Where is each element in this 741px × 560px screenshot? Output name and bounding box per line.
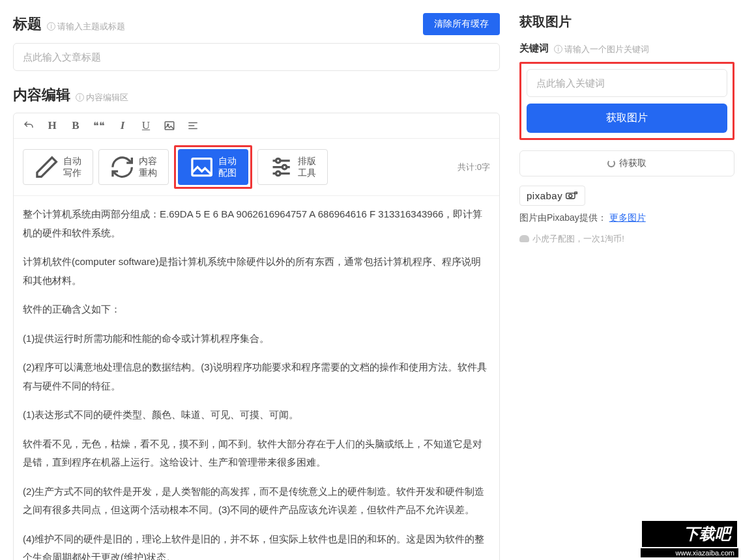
italic-icon[interactable]: I (117, 120, 128, 132)
underline-icon[interactable]: U (140, 120, 152, 132)
paragraph: 软件的正确含义如下： (23, 300, 490, 319)
svg-rect-14 (575, 192, 577, 194)
word-count: 共计:0字 (458, 161, 490, 173)
image-icon[interactable] (164, 120, 175, 132)
attribution-line: 图片由Pixabay提供： 更多图片 (519, 212, 734, 224)
paragraph: 整个计算机系统由两部分组成：E.69DA 5 E 6 BA 9062616964… (23, 205, 490, 242)
bold-icon[interactable]: B (70, 120, 81, 132)
pencil-icon (34, 154, 59, 180)
paragraph: (2)生产方式不同的软件是开发，是人类智能的高发挥，而不是传统意义上的硬件制造。… (23, 483, 490, 520)
editor-box: H B ❝❝ I U 自动写作 内容重构 (13, 113, 500, 560)
content-edit-hint: i 内容编辑区 (76, 92, 128, 104)
title-hint: i 请输入主题或标题 (47, 21, 125, 33)
svg-point-13 (569, 194, 572, 197)
undo-icon[interactable] (23, 120, 35, 132)
watermark: 下载吧 www.xiazaiba.com (641, 520, 738, 557)
svg-point-11 (276, 171, 280, 176)
keyword-highlight-box: 获取图片 (519, 62, 734, 140)
format-toolbar: H B ❝❝ I U (14, 113, 499, 139)
camera-icon (565, 191, 578, 200)
spinner-icon (607, 160, 615, 167)
more-images-link[interactable]: 更多图片 (609, 212, 646, 223)
title-label: 标题 (13, 14, 42, 34)
restructure-button[interactable]: 内容重构 (98, 149, 169, 185)
article-title-input[interactable] (13, 43, 500, 71)
content-area[interactable]: 整个计算机系统由两部分组成：E.69DA 5 E 6 BA 9062616964… (14, 196, 499, 560)
paragraph: (2)程序可以满意地处理信息的数据结构。(3)说明程序功能要求和程序需要的文档的… (23, 358, 490, 395)
auto-image-button[interactable]: 自动配图 (178, 149, 248, 185)
align-icon[interactable] (187, 120, 199, 132)
title-section-header: 标题 i 请输入主题或标题 清除所有缓存 (13, 13, 500, 35)
auto-image-highlight: 自动配图 (174, 145, 252, 189)
paragraph: 计算机软件(computer software)是指计算机系统中除硬件以外的所有… (23, 253, 490, 290)
keyword-input[interactable] (527, 69, 727, 97)
heading-icon[interactable]: H (46, 120, 58, 132)
cloud-icon (519, 235, 529, 242)
keyword-hint: i 请输入一个图片关键词 (554, 44, 649, 55)
fetch-image-button[interactable]: 获取图片 (527, 104, 727, 133)
info-icon: i (47, 22, 55, 31)
svg-point-9 (276, 159, 280, 163)
image-small-icon (189, 154, 214, 180)
info-icon: i (554, 45, 562, 53)
clear-cache-button[interactable]: 清除所有缓存 (423, 13, 500, 35)
action-toolbar: 自动写作 内容重构 自动配图 排版工具 共计:0字 (14, 139, 499, 196)
refresh-icon (109, 154, 135, 180)
settings-icon (269, 154, 294, 180)
pixabay-badge: pixabay (519, 186, 585, 206)
paragraph: (1)表达形式不同的硬件类型、颜色、味道、可见、可摸、可闻。 (23, 406, 490, 425)
content-edit-label: 内容编辑 (13, 85, 70, 105)
promo-line: 小虎子配图，一次1淘币! (519, 233, 734, 245)
svg-point-10 (282, 165, 287, 169)
sidebar-title: 获取图片 (519, 13, 734, 31)
paragraph: (4)维护不同的硬件是旧的，理论上软件是旧的，并不坏，但实际上软件也是旧的和坏的… (23, 530, 490, 560)
auto-write-button[interactable]: 自动写作 (23, 149, 93, 185)
info-icon: i (76, 93, 84, 102)
layout-tool-button[interactable]: 排版工具 (257, 149, 328, 185)
fetch-status-button[interactable]: 待获取 (519, 150, 734, 176)
paragraph: 软件看不见，无色，枯燥，看不见，摸不到，闻不到。软件大部分存在于人们的头脑或纸上… (23, 435, 490, 472)
keyword-label: 关键词 (519, 42, 549, 55)
paragraph: (1)提供运行时所需功能和性能的命令或计算机程序集合。 (23, 329, 490, 348)
quote-icon[interactable]: ❝❝ (93, 120, 105, 132)
